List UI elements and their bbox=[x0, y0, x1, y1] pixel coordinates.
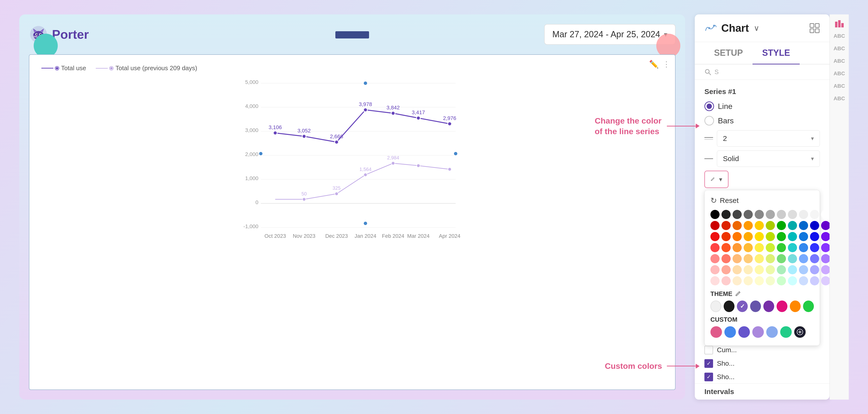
theme-color-swatch[interactable] bbox=[763, 300, 774, 312]
color-swatch[interactable] bbox=[788, 243, 797, 252]
color-swatch[interactable] bbox=[810, 254, 819, 263]
theme-color-swatch[interactable] bbox=[790, 300, 801, 312]
custom-color-swatch[interactable] bbox=[780, 326, 792, 338]
color-swatch[interactable] bbox=[777, 232, 786, 241]
color-swatch[interactable] bbox=[821, 221, 830, 230]
color-swatch[interactable] bbox=[721, 221, 731, 230]
color-swatch[interactable] bbox=[821, 254, 830, 263]
sidebar-bar-chart-icon[interactable] bbox=[832, 19, 846, 28]
color-swatch[interactable] bbox=[755, 221, 764, 230]
color-swatch[interactable] bbox=[777, 221, 786, 230]
color-swatch[interactable] bbox=[810, 276, 819, 285]
date-picker[interactable]: Mar 27, 2024 - Apr 25, 2024 ▾ bbox=[544, 24, 676, 45]
color-swatch[interactable] bbox=[744, 232, 753, 241]
color-swatch[interactable] bbox=[733, 243, 742, 252]
color-swatch[interactable] bbox=[821, 265, 830, 274]
tab-style[interactable]: STYLE bbox=[752, 42, 800, 64]
chart-more-icon[interactable]: ⋮ bbox=[662, 60, 670, 69]
color-swatch[interactable] bbox=[733, 232, 742, 241]
color-swatch[interactable] bbox=[788, 254, 797, 263]
color-swatch[interactable] bbox=[710, 243, 719, 252]
custom-color-swatch[interactable] bbox=[766, 326, 778, 338]
color-swatch[interactable] bbox=[744, 243, 753, 252]
theme-edit-icon[interactable] bbox=[735, 291, 741, 297]
thickness-dropdown[interactable]: 2 ▾ bbox=[717, 130, 820, 147]
color-swatch[interactable] bbox=[766, 243, 775, 252]
theme-color-swatch[interactable] bbox=[750, 300, 761, 312]
color-swatch[interactable] bbox=[733, 265, 742, 274]
add-custom-color-button[interactable] bbox=[794, 326, 806, 338]
chart-edit-icon[interactable]: ✏️ bbox=[649, 60, 659, 69]
color-swatch[interactable] bbox=[733, 276, 742, 285]
sidebar-abc-icon-1[interactable]: ABC bbox=[832, 32, 846, 40]
color-swatch[interactable] bbox=[777, 243, 786, 252]
checkbox-row-cumulative[interactable]: Cum... bbox=[705, 346, 820, 354]
color-swatch[interactable] bbox=[788, 276, 797, 285]
color-swatch[interactable] bbox=[799, 265, 808, 274]
custom-color-swatch[interactable] bbox=[710, 326, 722, 338]
color-swatch[interactable] bbox=[710, 221, 719, 230]
color-swatch[interactable] bbox=[821, 243, 830, 252]
color-swatch[interactable] bbox=[755, 265, 764, 274]
checkbox-row-show1[interactable]: ✓Sho... bbox=[705, 359, 820, 368]
checkbox-row-show2[interactable]: ✓Sho... bbox=[705, 373, 820, 381]
color-swatch[interactable] bbox=[777, 265, 786, 274]
color-picker-button[interactable]: ▾ bbox=[705, 171, 728, 188]
color-swatch[interactable] bbox=[766, 210, 775, 219]
color-swatch[interactable] bbox=[721, 232, 731, 241]
color-swatch[interactable] bbox=[744, 254, 753, 263]
color-swatch[interactable] bbox=[821, 276, 830, 285]
color-swatch[interactable] bbox=[710, 210, 719, 219]
color-swatch[interactable] bbox=[821, 210, 830, 219]
chart-title-dropdown-icon[interactable]: ∨ bbox=[754, 24, 759, 33]
color-swatch[interactable] bbox=[733, 210, 742, 219]
radio-line[interactable]: Line bbox=[705, 101, 820, 111]
color-swatch[interactable] bbox=[799, 232, 808, 241]
color-swatch[interactable] bbox=[733, 254, 742, 263]
color-swatch[interactable] bbox=[799, 210, 808, 219]
color-swatch[interactable] bbox=[766, 232, 775, 241]
sidebar-abc-icon-2[interactable]: ABC bbox=[832, 44, 846, 53]
color-swatch[interactable] bbox=[766, 276, 775, 285]
color-swatch[interactable] bbox=[721, 265, 731, 274]
color-swatch[interactable] bbox=[755, 276, 764, 285]
color-swatch[interactable] bbox=[710, 232, 719, 241]
color-swatch[interactable] bbox=[777, 276, 786, 285]
color-swatch[interactable] bbox=[755, 243, 764, 252]
theme-color-swatch[interactable] bbox=[710, 300, 721, 312]
theme-color-swatch[interactable] bbox=[724, 300, 735, 312]
color-swatch[interactable] bbox=[821, 232, 830, 241]
color-swatch[interactable] bbox=[810, 232, 819, 241]
custom-color-swatch[interactable] bbox=[724, 326, 736, 338]
color-swatch[interactable] bbox=[799, 243, 808, 252]
color-swatch[interactable] bbox=[810, 265, 819, 274]
color-swatch[interactable] bbox=[744, 276, 753, 285]
theme-color-swatch[interactable] bbox=[803, 300, 814, 312]
color-swatch[interactable] bbox=[710, 254, 719, 263]
color-swatch[interactable] bbox=[721, 254, 731, 263]
color-swatch[interactable] bbox=[766, 254, 775, 263]
theme-color-swatch[interactable] bbox=[777, 300, 787, 312]
sidebar-abc-icon-4[interactable]: ABC bbox=[832, 69, 846, 78]
color-swatch[interactable] bbox=[810, 210, 819, 219]
color-swatch[interactable] bbox=[710, 265, 719, 274]
color-swatch[interactable] bbox=[788, 210, 797, 219]
color-swatch[interactable] bbox=[810, 243, 819, 252]
custom-color-swatch[interactable] bbox=[738, 326, 750, 338]
color-swatch[interactable] bbox=[788, 232, 797, 241]
color-swatch[interactable] bbox=[788, 265, 797, 274]
radio-bars[interactable]: Bars bbox=[705, 116, 820, 126]
custom-color-swatch[interactable] bbox=[752, 326, 764, 338]
color-swatch[interactable] bbox=[766, 265, 775, 274]
color-swatch[interactable] bbox=[777, 254, 786, 263]
color-swatch[interactable] bbox=[755, 232, 764, 241]
color-swatch[interactable] bbox=[721, 210, 731, 219]
color-swatch[interactable] bbox=[777, 210, 786, 219]
color-swatch[interactable] bbox=[799, 221, 808, 230]
color-swatch[interactable] bbox=[744, 265, 753, 274]
sidebar-abc-icon-3[interactable]: ABC bbox=[832, 57, 846, 65]
color-swatch[interactable] bbox=[721, 276, 731, 285]
color-swatch[interactable] bbox=[710, 276, 719, 285]
sidebar-abc-icon-5[interactable]: ABC bbox=[832, 82, 846, 90]
line-style-dropdown[interactable]: Solid ▾ bbox=[717, 151, 820, 167]
